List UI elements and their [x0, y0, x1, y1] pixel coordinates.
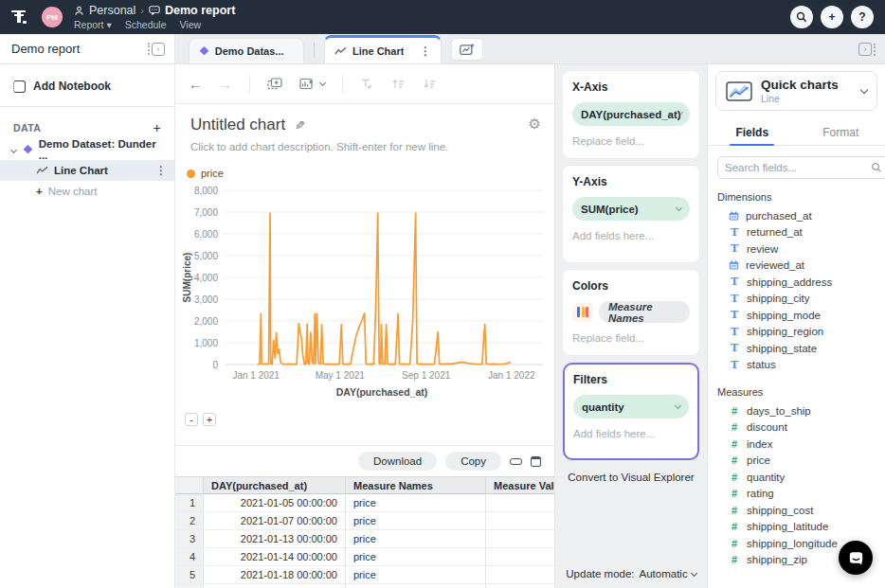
convert-to-visual-explorer-link[interactable]: Convert to Visual Explorer: [563, 472, 699, 483]
item-menu-icon[interactable]: ⋮: [155, 164, 167, 177]
x-axis-drop-placeholder[interactable]: Replace field...: [572, 135, 690, 147]
y-axis-field-pill[interactable]: SUM(price): [572, 197, 690, 221]
dimension-item[interactable]: Tshipping_state: [708, 340, 885, 357]
line-chart-plot[interactable]: 01,0002,0003,0004,0005,0006,0007,0008,00…: [177, 183, 549, 386]
download-button[interactable]: Download: [358, 452, 437, 471]
col-header-measure-names[interactable]: Measure Names: [346, 477, 486, 494]
measure-item[interactable]: #quantity: [708, 469, 885, 486]
calendar-icon: [729, 211, 739, 221]
chart-description-placeholder[interactable]: Click to add chart description. Shift-en…: [190, 141, 539, 152]
chart-title[interactable]: Untitled chart: [190, 116, 285, 134]
cell-measure: price: [346, 494, 486, 512]
dimension-item[interactable]: Tshipping_city: [708, 291, 885, 308]
help-button[interactable]: ?: [851, 6, 874, 28]
undo-button[interactable]: ←: [189, 77, 202, 92]
quick-charts-selector[interactable]: Quick charts Line: [715, 71, 877, 111]
remove-chart-button[interactable]: [299, 78, 325, 90]
app-logo-icon[interactable]: [11, 10, 28, 25]
col-header-date[interactable]: DAY(purchased_at): [204, 477, 346, 494]
cell-measure: price: [346, 548, 486, 566]
table-row[interactable]: 62021-01-20 00:00:00price: [175, 584, 554, 588]
x-axis-field-pill[interactable]: DAY(purchased_at): [572, 102, 690, 126]
dimension-item[interactable]: reviewed_at: [708, 258, 885, 275]
filters-drop-placeholder[interactable]: Add fields here...: [573, 428, 689, 439]
update-mode-control[interactable]: Update mode:Automatic: [555, 568, 707, 579]
table-row[interactable]: 12021-01-05 00:00:00price: [175, 494, 554, 512]
dimension-item[interactable]: purchased_at: [708, 207, 885, 224]
dimension-item[interactable]: Treturned_at: [708, 224, 885, 241]
sidebar-item-dataset[interactable]: ❖ Demo Dataset: Dunder ...: [0, 139, 174, 160]
table-row[interactable]: 42021-01-14 00:00:00price: [175, 548, 554, 566]
zoom-in-button[interactable]: +: [203, 413, 216, 426]
menu-report[interactable]: Report ▾: [74, 19, 112, 30]
cell-measure: price: [346, 584, 486, 588]
measure-item[interactable]: #shipping_cost: [708, 502, 885, 519]
colors-drop-placeholder[interactable]: Replace field...: [572, 332, 690, 344]
redo-button[interactable]: →: [219, 77, 232, 92]
add-notebook-button[interactable]: Add Notebook: [0, 74, 174, 98]
dimension-item[interactable]: Tshipping_mode: [708, 307, 885, 324]
chart-title-row[interactable]: Untitled chart ✎: [190, 116, 539, 134]
edit-title-icon[interactable]: ✎: [295, 118, 305, 133]
menu-view[interactable]: View: [180, 19, 202, 30]
filters-field-pill[interactable]: quantity: [573, 395, 689, 419]
tab-fields[interactable]: Fields: [708, 119, 797, 145]
dimension-item[interactable]: Tshipping_region: [708, 324, 885, 341]
tab-format[interactable]: Format: [797, 119, 885, 145]
add-button[interactable]: +: [821, 6, 843, 28]
svg-text:8,000: 8,000: [194, 186, 218, 196]
breadcrumb-report-title[interactable]: Demo report: [165, 4, 235, 17]
measure-name: price: [747, 454, 770, 466]
col-header-measure-values[interactable]: Measure Values: [486, 477, 554, 494]
new-chart-tab-button[interactable]: [451, 38, 483, 61]
search-button[interactable]: [790, 6, 813, 28]
search-fields-box[interactable]: [717, 156, 885, 179]
sidebar-item-line-chart[interactable]: Line Chart ⋮: [0, 160, 174, 181]
table-row[interactable]: 32021-01-13 00:00:00price: [175, 530, 554, 548]
expand-panel-button[interactable]: ›: [858, 43, 876, 56]
measure-item[interactable]: #price: [708, 453, 885, 470]
search-fields-input[interactable]: [725, 162, 871, 173]
minimize-results-icon[interactable]: [510, 458, 522, 465]
dimension-item[interactable]: Tshipping_address: [708, 274, 885, 291]
avatar[interactable]: PM: [42, 7, 63, 27]
collapse-sidebar-button[interactable]: ‹: [148, 43, 165, 56]
number-type-icon: #: [729, 505, 740, 516]
tab-line-chart[interactable]: Line Chart ⋮: [324, 35, 442, 63]
breadcrumb-workspace[interactable]: Personal: [89, 4, 135, 17]
y-axis-drop-placeholder[interactable]: Add fields here...: [572, 230, 690, 241]
table-row[interactable]: 22021-01-07 00:00:00price: [175, 512, 554, 530]
swap-axes-button[interactable]: [360, 78, 374, 90]
measure-item[interactable]: #index: [708, 436, 885, 453]
cell-date: 2021-01-18 00:00:00: [204, 566, 346, 584]
measure-item[interactable]: #days_to_ship: [708, 402, 885, 419]
data-label: DATA: [13, 122, 41, 134]
maximize-results-icon[interactable]: [531, 456, 541, 467]
colors-field-pill[interactable]: Measure Names: [599, 301, 690, 323]
add-to-dashboard-button[interactable]: [267, 78, 282, 90]
chart-legend[interactable]: price: [187, 168, 554, 179]
measure-item[interactable]: #discount: [708, 419, 885, 437]
tab-demo-dataset[interactable]: ❖ Demo Datas...: [189, 38, 304, 63]
zoom-out-button[interactable]: -: [185, 413, 198, 426]
chat-bubble-icon: [847, 549, 865, 567]
update-mode-value[interactable]: Automatic: [640, 568, 688, 579]
menu-schedule[interactable]: Schedule: [125, 19, 167, 30]
text-type-icon: T: [729, 226, 740, 239]
measure-item[interactable]: #rating: [708, 486, 885, 503]
sort-descending-button[interactable]: [423, 78, 437, 90]
table-row[interactable]: 52021-01-18 00:00:00price: [175, 566, 554, 584]
chat-widget-button[interactable]: [839, 541, 873, 575]
sort-ascending-button[interactable]: [391, 78, 406, 90]
add-data-button[interactable]: +: [153, 120, 161, 135]
color-palette-icon[interactable]: [572, 303, 593, 322]
dimension-item[interactable]: Tstatus: [708, 357, 885, 374]
copy-button[interactable]: Copy: [445, 452, 501, 471]
measure-item[interactable]: #shipping_latitude: [708, 519, 885, 536]
dimension-item[interactable]: Treview: [708, 241, 885, 258]
sidebar-item-new-chart[interactable]: + New chart: [0, 181, 174, 202]
breadcrumb-separator: ›: [140, 5, 144, 16]
add-notebook-label: Add Notebook: [33, 80, 111, 93]
chart-settings-icon[interactable]: ⚙: [529, 116, 541, 133]
tab-menu-icon[interactable]: ⋮: [420, 45, 431, 58]
